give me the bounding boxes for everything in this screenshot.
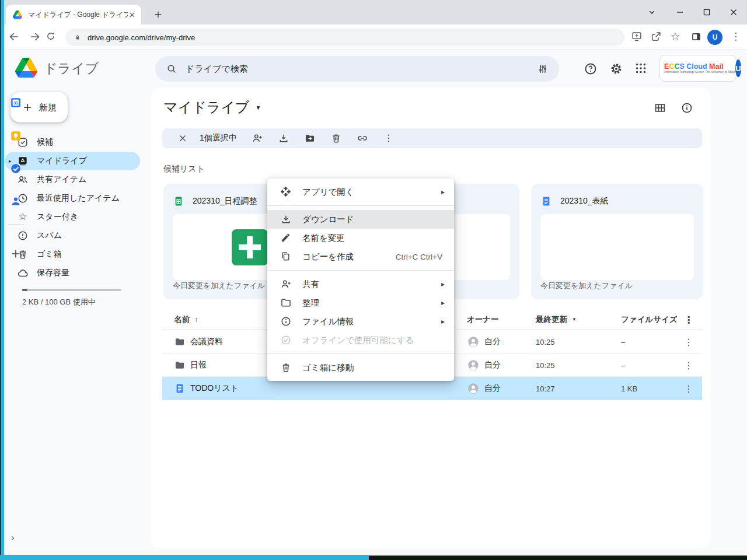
storage-usage-text: 2 KB / 100 GB 使用中	[22, 297, 96, 307]
account-badge[interactable]: ECCS Cloud Mail Information Technology C…	[659, 55, 736, 82]
download-icon	[280, 214, 292, 225]
browser-profile-avatar[interactable]: U	[707, 30, 722, 45]
keep-icon[interactable]	[9, 130, 22, 142]
selection-count: 1個選択中	[200, 133, 237, 144]
account-badge-logo: ECCS Cloud Mail Information Technology C…	[664, 63, 735, 74]
chevron-down-icon[interactable]: ▼	[255, 104, 261, 111]
plus-icon	[22, 102, 33, 113]
contacts-icon[interactable]	[9, 195, 22, 208]
tab-title: マイドライブ - Google ドライブ	[28, 10, 128, 20]
column-name[interactable]: 名前↑	[174, 314, 198, 325]
forward-icon[interactable]	[29, 30, 41, 43]
help-icon[interactable]	[584, 62, 598, 76]
document-icon	[540, 195, 552, 207]
row-more-icon[interactable]: ⋮	[682, 336, 696, 347]
more-options-icon[interactable]: ⋮	[383, 132, 395, 144]
menu-item-download[interactable]: ダウンロード	[267, 210, 454, 229]
window-minimize-button[interactable]	[671, 5, 689, 20]
calendar-icon[interactable]	[9, 96, 22, 109]
window-maximize-button[interactable]	[698, 5, 715, 20]
pencil-icon	[280, 232, 292, 244]
column-owner[interactable]: オーナー	[467, 314, 499, 325]
apps-grid-icon[interactable]	[634, 62, 648, 76]
search-input[interactable]: ドライブで検索	[155, 56, 559, 82]
column-modified[interactable]: 最終更新▼	[536, 314, 577, 325]
download-icon[interactable]	[278, 132, 289, 144]
browser-tab[interactable]: マイドライブ - Google ドライブ	[6, 5, 141, 24]
sidebar-item-recent[interactable]: 最近使用したアイテム	[5, 189, 140, 208]
copy-link-icon[interactable]	[357, 132, 368, 144]
sidebar-item-suggested[interactable]: 候補	[5, 133, 140, 152]
address-bar[interactable]: drive.google.com/drive/my-drive	[65, 29, 624, 46]
column-size[interactable]: ファイルサイズ	[621, 314, 677, 325]
sidebar-item-spam[interactable]: スパム	[5, 226, 140, 245]
save-page-icon[interactable]	[630, 30, 643, 43]
suggested-card[interactable]: 202310_表紙 今日変更を加えたファイル	[531, 184, 703, 299]
drive-logo[interactable]	[15, 58, 37, 78]
search-icon[interactable]	[166, 63, 177, 75]
menu-item-share[interactable]: 共有 ▸	[267, 275, 454, 293]
menu-item-move-to-trash[interactable]: ゴミ箱に移動	[267, 358, 454, 377]
settings-gear-icon[interactable]	[609, 62, 623, 76]
side-panel-rail	[723, 100, 746, 560]
sidebar-item-storage[interactable]: 保存容量	[5, 264, 140, 282]
grid-view-icon[interactable]	[654, 102, 666, 114]
search-filter-icon[interactable]	[537, 63, 549, 75]
sidebar-item-trash[interactable]: ゴミ箱	[5, 245, 140, 264]
details-info-icon[interactable]	[680, 102, 693, 114]
suggested-label: 候補リスト	[163, 164, 205, 174]
sidebar-item-starred[interactable]: ☆ スター付き	[5, 208, 140, 226]
context-menu: アプリで開く ▸ ダウンロード 名前を変更 コピーを作成 Ctrl+C Ctrl…	[267, 178, 454, 381]
share-person-add-icon[interactable]	[252, 132, 263, 144]
account-avatar[interactable]: U	[735, 60, 741, 77]
reload-icon[interactable]	[45, 30, 58, 43]
menu-item-rename[interactable]: 名前を変更	[267, 229, 454, 247]
sidebar-item-shared[interactable]: 共有アイテム	[5, 170, 140, 189]
bookmark-star-icon[interactable]: ☆	[669, 30, 682, 43]
row-more-icon[interactable]: ⋮	[682, 383, 696, 394]
clear-selection-icon[interactable]	[177, 133, 188, 144]
page-title[interactable]: マイドライブ▼	[163, 98, 261, 117]
trash-icon[interactable]	[330, 132, 342, 144]
people-icon	[17, 174, 29, 186]
sidebar-item-my-drive[interactable]: ▸ マイドライブ	[5, 152, 140, 170]
menu-item-open-with[interactable]: アプリで開く ▸	[267, 183, 454, 201]
folder-icon	[174, 336, 186, 348]
share-page-icon[interactable]	[650, 30, 662, 43]
sort-ascending-icon[interactable]: ↑	[194, 315, 198, 324]
copy-icon	[280, 251, 292, 262]
cloud-icon	[17, 267, 29, 279]
submenu-arrow-icon: ▸	[441, 317, 445, 326]
folder-icon	[280, 297, 292, 309]
browser-menu-icon[interactable]: ⋮	[731, 30, 741, 43]
menu-item-make-offline: オフラインで使用可能にする	[267, 331, 454, 349]
header-more-icon[interactable]: ⋮	[682, 314, 696, 325]
lock-icon	[74, 33, 82, 41]
tasks-icon[interactable]	[9, 162, 22, 175]
add-addon-icon[interactable]	[9, 247, 22, 260]
menu-item-make-copy[interactable]: コピーを作成 Ctrl+C Ctrl+V	[267, 247, 454, 266]
move-to-folder-icon[interactable]	[304, 132, 316, 144]
star-icon: ☆	[17, 211, 29, 223]
submenu-arrow-icon: ▸	[441, 188, 445, 196]
spreadsheet-icon	[173, 195, 184, 207]
chevron-down-icon[interactable]: ▼	[572, 317, 577, 322]
window-close-button[interactable]	[725, 5, 742, 20]
menu-divider	[267, 354, 454, 354]
folder-icon	[174, 359, 186, 371]
window-border-bottom-dark	[369, 556, 747, 560]
side-panel-icon[interactable]	[690, 30, 703, 43]
new-tab-button[interactable]	[151, 7, 166, 22]
back-icon[interactable]	[8, 30, 20, 43]
tab-strip: マイドライブ - Google ドライブ	[0, 0, 747, 24]
tab-close-icon[interactable]	[128, 10, 137, 19]
tab-search-chevron-icon[interactable]	[643, 5, 661, 20]
shortcut-label: Ctrl+C Ctrl+V	[396, 253, 442, 261]
menu-item-file-info[interactable]: ファイル情報 ▸	[267, 312, 454, 331]
selection-toolbar: 1個選択中 ⋮	[162, 128, 702, 148]
menu-item-organize[interactable]: 整理 ▸	[267, 293, 454, 312]
row-more-icon[interactable]: ⋮	[682, 359, 696, 370]
collapse-panel-chevron-icon[interactable]: ›	[11, 532, 15, 544]
file-preview[interactable]	[540, 214, 694, 280]
url-text[interactable]: drive.google.com/drive/my-drive	[88, 33, 195, 42]
